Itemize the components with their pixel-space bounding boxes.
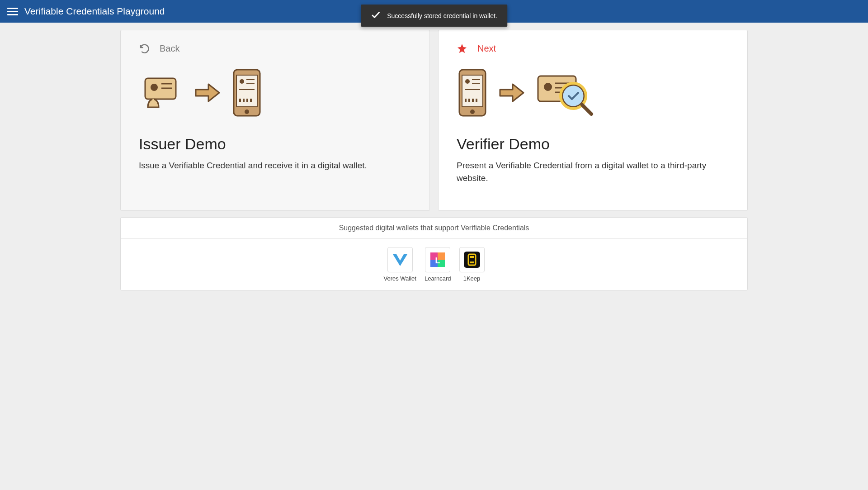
issuer-card-title: Issuer Demo	[139, 135, 411, 153]
wallet-1keep[interactable]: 1Keep	[459, 247, 485, 282]
svg-rect-12	[243, 99, 245, 102]
star-icon	[457, 43, 467, 54]
svg-point-1	[151, 84, 158, 91]
svg-point-7	[240, 79, 244, 84]
credential-hand-icon	[139, 70, 184, 115]
arrow-right-icon	[194, 81, 221, 104]
hamburger-menu-icon[interactable]	[7, 6, 18, 17]
svg-rect-23	[468, 99, 470, 102]
svg-text:L: L	[435, 256, 440, 265]
wallets-list: Veres Wallet L Learncard	[121, 239, 747, 290]
svg-line-33	[582, 105, 591, 114]
app-title: Verifiable Credentials Playground	[24, 6, 165, 17]
svg-rect-13	[246, 99, 248, 102]
verifier-demo-card[interactable]: Next	[438, 30, 748, 211]
svg-rect-14	[250, 99, 252, 102]
demo-cards-row: Back	[120, 30, 748, 211]
wallet-learncard[interactable]: L Learncard	[425, 247, 451, 282]
onekeep-icon	[459, 247, 485, 272]
svg-rect-11	[239, 99, 241, 102]
next-label: Next	[477, 43, 496, 54]
issuer-illustration	[139, 66, 411, 120]
toast-notification: Successfully stored credential in wallet…	[361, 5, 507, 27]
veres-wallet-icon	[387, 247, 413, 272]
back-button[interactable]: Back	[139, 43, 411, 54]
svg-rect-41	[470, 256, 474, 258]
issuer-card-description: Issue a Verifiable Credential and receiv…	[139, 159, 411, 172]
next-button[interactable]: Next	[457, 43, 729, 54]
undo-icon	[139, 43, 150, 54]
wallets-panel: Suggested digital wallets that support V…	[120, 217, 748, 290]
wallets-heading: Suggested digital wallets that support V…	[121, 218, 747, 239]
wallet-label: Veres Wallet	[383, 275, 416, 282]
svg-point-27	[544, 83, 552, 91]
svg-rect-24	[472, 99, 474, 102]
phone-credential-icon	[457, 68, 488, 118]
arrow-right-icon	[498, 81, 525, 104]
toast-message: Successfully stored credential in wallet…	[387, 12, 497, 19]
wallet-label: Learncard	[425, 275, 451, 282]
svg-point-31	[562, 85, 584, 107]
back-label: Back	[160, 43, 179, 54]
verifier-card-title: Verifier Demo	[457, 135, 729, 153]
svg-rect-42	[470, 262, 474, 263]
svg-point-17	[470, 109, 475, 114]
learncard-icon: L	[425, 247, 450, 272]
main-content: Back	[113, 23, 755, 298]
issuer-demo-card[interactable]: Back	[120, 30, 430, 211]
wallet-label: 1Keep	[459, 275, 485, 282]
wallet-veres[interactable]: Veres Wallet	[383, 247, 416, 282]
verifier-illustration	[457, 66, 729, 120]
credential-verify-icon	[535, 68, 594, 118]
svg-point-6	[245, 109, 249, 114]
svg-rect-22	[465, 99, 467, 102]
svg-rect-25	[476, 99, 477, 102]
check-icon	[371, 10, 381, 21]
verifier-card-description: Present a Verifiable Credential from a d…	[457, 159, 729, 184]
phone-credential-icon	[231, 68, 263, 118]
svg-point-18	[465, 79, 470, 84]
